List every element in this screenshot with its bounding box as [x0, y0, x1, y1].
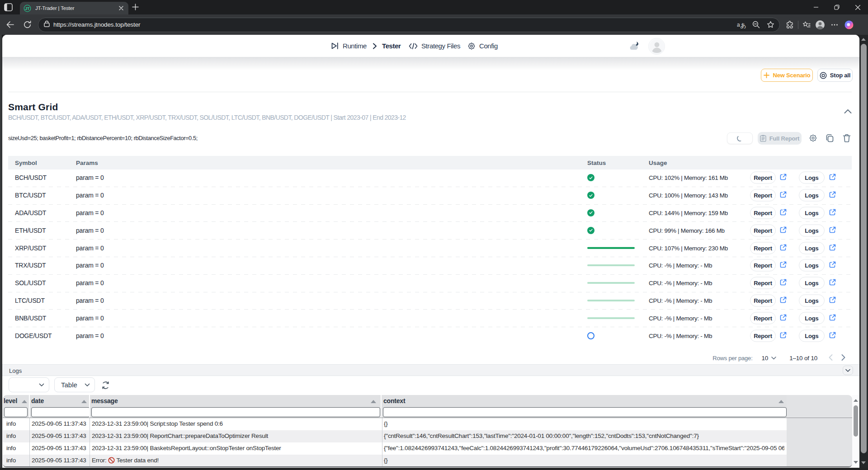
logs-button[interactable]: Logs	[799, 329, 825, 342]
report-button[interactable]: Report	[750, 172, 776, 184]
trash-icon[interactable]	[843, 134, 851, 142]
logs-external-link-icon[interactable]	[829, 261, 836, 269]
report-button[interactable]: Report	[750, 277, 776, 289]
reload-icon[interactable]	[22, 19, 33, 30]
logs-external-link-icon[interactable]	[829, 209, 836, 217]
logs-external-link-icon[interactable]	[829, 174, 836, 182]
logs-button[interactable]: Logs	[799, 277, 825, 289]
logs-filter-context[interactable]	[383, 407, 787, 417]
page-scroll-up-icon[interactable]	[861, 38, 866, 41]
favorite-star-icon[interactable]	[765, 19, 776, 30]
browser-tab[interactable]: JT JT-Trader | Tester	[20, 2, 128, 14]
logs-button[interactable]: Logs	[799, 189, 825, 202]
report-external-link-icon[interactable]	[780, 314, 787, 322]
logs-col-header-level[interactable]: level	[4, 397, 17, 404]
full-report-button[interactable]: Full Report	[758, 132, 802, 145]
sort-asc-icon[interactable]	[371, 400, 376, 403]
logs-button[interactable]: Logs	[799, 224, 825, 236]
report-external-link-icon[interactable]	[780, 296, 787, 305]
address-bar[interactable]: https://streams.jtnodes.top/tester aあ	[38, 18, 780, 32]
report-external-link-icon[interactable]	[780, 261, 787, 269]
new-tab-icon[interactable]	[132, 4, 139, 11]
logs-button[interactable]: Logs	[799, 172, 825, 184]
report-external-link-icon[interactable]	[780, 279, 787, 287]
collapse-chevron-up-icon[interactable]	[844, 108, 852, 115]
logs-button[interactable]: Logs	[799, 294, 825, 306]
report-button[interactable]: Report	[750, 259, 776, 272]
logs-scroll-down-icon[interactable]	[854, 461, 858, 464]
browser-menu-icon[interactable]	[829, 19, 840, 30]
collections-icon[interactable]	[801, 19, 812, 30]
sort-asc-icon[interactable]	[81, 400, 87, 403]
browser-profile-avatar[interactable]	[815, 19, 826, 30]
log-view-select[interactable]: Table	[54, 377, 95, 392]
scenario-settings-gear-icon[interactable]	[809, 134, 817, 142]
nav-item-config[interactable]: Config	[467, 35, 498, 57]
logs-external-link-icon[interactable]	[829, 244, 836, 252]
sort-asc-icon[interactable]	[778, 400, 784, 403]
logs-external-link-icon[interactable]	[829, 279, 836, 287]
logs-collapse-chevron-icon[interactable]	[843, 366, 853, 375]
nav-item-strategy-files[interactable]: Strategy Files	[409, 35, 460, 57]
logs-filter-message[interactable]	[91, 407, 380, 417]
new-scenario-button[interactable]: New Scenario	[761, 69, 813, 82]
report-external-link-icon[interactable]	[780, 226, 787, 235]
log-level-select[interactable]	[9, 377, 49, 392]
logs-panel-header[interactable]: Logs	[2, 364, 859, 376]
logs-filter-level[interactable]	[4, 407, 28, 417]
extensions-icon[interactable]	[784, 19, 795, 30]
nav-item-runtime[interactable]: Runtime	[330, 35, 367, 57]
logs-col-header-message[interactable]: message	[91, 397, 118, 404]
window-minimize-icon[interactable]	[806, 0, 826, 14]
logs-button[interactable]: Logs	[799, 207, 825, 219]
tab-close-icon[interactable]	[117, 4, 125, 13]
report-external-link-icon[interactable]	[780, 244, 787, 252]
logs-scrollbar[interactable]	[852, 395, 859, 466]
user-avatar[interactable]	[648, 38, 665, 55]
logs-external-link-icon[interactable]	[829, 191, 836, 199]
pagination-next-icon[interactable]	[841, 354, 845, 362]
logs-col-header-date[interactable]: date	[31, 397, 44, 404]
theme-cloud-moon-icon[interactable]	[629, 41, 639, 51]
page-scroll-down-icon[interactable]	[861, 461, 866, 464]
url-text[interactable]: https://streams.jtnodes.top/tester	[53, 21, 736, 28]
browser-workspaces-icon[interactable]	[4, 3, 13, 12]
logs-external-link-icon[interactable]	[829, 332, 836, 340]
logs-scroll-up-icon[interactable]	[854, 399, 858, 402]
back-icon[interactable]	[5, 19, 15, 30]
copilot-icon[interactable]	[844, 19, 854, 30]
report-external-link-icon[interactable]	[780, 209, 787, 217]
logs-external-link-icon[interactable]	[829, 314, 836, 322]
report-button[interactable]: Report	[750, 329, 776, 342]
window-restore-icon[interactable]	[826, 0, 847, 14]
report-button[interactable]: Report	[750, 242, 776, 254]
logs-button[interactable]: Logs	[799, 312, 825, 324]
logs-button[interactable]: Logs	[799, 259, 825, 272]
logs-scrollbar-thumb[interactable]	[854, 405, 858, 437]
zoom-out-icon[interactable]	[750, 19, 761, 30]
logs-external-link-icon[interactable]	[829, 296, 836, 305]
page-scrollbar[interactable]	[859, 35, 868, 470]
report-button[interactable]: Report	[750, 207, 776, 219]
report-button[interactable]: Report	[750, 189, 776, 202]
pagination-prev-icon[interactable]	[829, 354, 833, 362]
rows-per-page-select[interactable]: 10	[762, 355, 777, 362]
logs-filter-date[interactable]	[31, 407, 90, 417]
nav-item-tester[interactable]: Tester	[371, 35, 401, 57]
loading-spinner-button[interactable]	[727, 132, 753, 144]
stop-all-button[interactable]: Stop all	[817, 69, 853, 82]
report-external-link-icon[interactable]	[780, 174, 787, 182]
report-button[interactable]: Report	[750, 312, 776, 324]
sort-asc-icon[interactable]	[22, 400, 27, 403]
copy-icon[interactable]	[826, 134, 834, 142]
logs-external-link-icon[interactable]	[829, 226, 836, 235]
report-button[interactable]: Report	[750, 224, 776, 236]
report-external-link-icon[interactable]	[780, 332, 787, 340]
report-external-link-icon[interactable]	[780, 191, 787, 199]
window-close-icon[interactable]	[847, 0, 868, 14]
logs-col-header-context[interactable]: context	[383, 397, 405, 404]
logs-refresh-icon[interactable]	[101, 381, 110, 390]
page-scrollbar-thumb[interactable]	[861, 44, 867, 453]
logs-button[interactable]: Logs	[799, 242, 825, 254]
report-button[interactable]: Report	[750, 294, 776, 306]
